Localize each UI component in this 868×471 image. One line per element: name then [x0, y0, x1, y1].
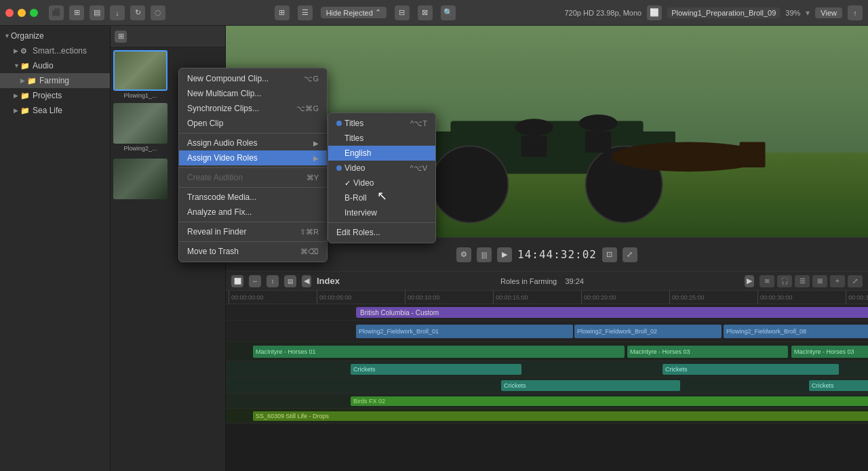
ctx-move-to-trash[interactable]: Move to Trash ⌘⌫	[179, 244, 327, 259]
zoom-in-icon[interactable]: +	[830, 275, 845, 287]
clip-crickets-1[interactable]: Crickets	[351, 364, 521, 375]
svg-point-4	[431, 146, 508, 223]
playback-tools: ⚙ ||| ▶ 14:44:32:02 ⊡ ⤢	[456, 247, 637, 262]
list-view-icon[interactable]: ☰	[298, 5, 313, 20]
close-button[interactable]	[5, 9, 14, 17]
libraries-icon[interactable]: ⬛	[49, 5, 64, 20]
clip-menu-icon[interactable]: ▤	[284, 275, 296, 287]
sub-interview[interactable]: Interview	[328, 205, 435, 220]
track-row-crickets-1: Crickets Crickets	[226, 361, 868, 377]
audio-meter-icon[interactable]: |||	[477, 247, 492, 262]
ctx-transcode-media[interactable]: Transcode Media...	[179, 190, 327, 205]
clip-video-2[interactable]: Plowing2_Fieldwork_Broll_02	[574, 325, 722, 338]
search-icon[interactable]: 🔍	[441, 5, 456, 20]
clip-crickets-2[interactable]: Crickets	[663, 364, 839, 375]
ctx-assign-video-roles[interactable]: Assign Video Roles ▶	[179, 150, 327, 165]
sub-video-1[interactable]: Video ^⌥V	[328, 161, 435, 176]
ctx-new-multicam-clip[interactable]: New Multicam Clip...	[179, 86, 327, 101]
sidebar-item-farming[interactable]: ▶ 📁 Farming	[0, 73, 110, 88]
expand-icon[interactable]: ⤢	[623, 247, 637, 262]
clip-item[interactable]	[113, 159, 167, 202]
sidebar-item-sea-life[interactable]: ▶ 📁 Sea Life	[0, 103, 110, 118]
download-icon[interactable]: ↓	[110, 5, 125, 20]
clip-horses-2[interactable]: MacIntyre - Horses 03	[627, 346, 788, 358]
zoom-level: 39%	[785, 9, 800, 17]
group-icon[interactable]: ⊠	[418, 5, 433, 20]
background-tasks-icon[interactable]: ◌	[151, 5, 165, 20]
timeline-header: ⬜ ↔ ↕ ▤ ◀ Index Roles in Farming 39:24 ▶…	[226, 272, 868, 291]
clip-horses-3[interactable]: MacIntyre - Horses 03	[791, 346, 868, 358]
clip-appearance-icon[interactable]: ⬜	[231, 275, 243, 287]
clip-horses-1[interactable]: MacIntyre - Horses 01	[253, 346, 625, 358]
trim-icon[interactable]: ↔	[249, 275, 261, 287]
track-row-crickets-2: Crickets Crickets	[226, 377, 868, 394]
clip-item[interactable]: Plowing1_...	[113, 50, 167, 100]
sidebar-item-projects[interactable]: ▶ 📁 Projects	[0, 88, 110, 103]
clip-video-1[interactable]: Plowing2_Fieldwork_Broll_01	[356, 325, 573, 338]
ruler-mark: 00:00:25:00	[669, 291, 757, 304]
fullscreen-button[interactable]	[30, 9, 38, 17]
sync-icon[interactable]: ↻	[130, 5, 145, 20]
separator	[179, 222, 327, 222]
view-button[interactable]: View	[815, 7, 842, 18]
sub-video-2[interactable]: ✓ Video	[328, 176, 435, 190]
layout-icon[interactable]: ⊡	[602, 247, 617, 262]
browser-icon[interactable]: ⊞	[69, 5, 84, 20]
video-info: 720p HD 23.98p, Mono	[564, 9, 642, 17]
ruler-mark: 00:00:30:00	[757, 291, 846, 304]
index-label: Index	[317, 276, 340, 286]
folder-icon: 📁	[20, 62, 30, 70]
position-icon[interactable]: ↕	[267, 275, 279, 287]
roles-label: Roles in Farming 39:24	[345, 277, 739, 285]
clip-crickets-4[interactable]: Crickets	[809, 380, 868, 391]
clip-label: Plowing1_...	[122, 91, 158, 100]
clip-crickets-3[interactable]: Crickets	[501, 380, 680, 391]
checkmark-icon: ✓	[344, 179, 351, 188]
ctx-new-compound-clip[interactable]: New Compound Clip... ⌥G	[179, 71, 327, 86]
separator	[179, 133, 327, 134]
back-icon[interactable]: ◀	[302, 275, 311, 287]
ctx-synchronize-clips[interactable]: Synchronize Clips... ⌥⌘G	[179, 101, 327, 116]
timeline-icon[interactable]: ▤	[90, 5, 104, 20]
submenu-video-roles: Titles ^⌥T Titles English Video ^⌥V ✓ Vi…	[328, 112, 436, 243]
clip-thumbnail[interactable]	[113, 50, 167, 91]
waveform-icon[interactable]: ≋	[760, 275, 774, 287]
monitor-icon[interactable]: ⬜	[647, 5, 662, 20]
ctx-reveal-in-finder[interactable]: Reveal in Finder ⇧⌘R	[179, 224, 327, 239]
sidebar-item-audio[interactable]: ▼ 📁 Audio	[0, 58, 110, 73]
clip-british-columbia[interactable]: British Columbia - Custom	[356, 307, 868, 318]
hide-rejected-button[interactable]: Hide Rejected ⌃	[321, 7, 387, 18]
playback-icon[interactable]: ▶	[497, 247, 512, 262]
clip-thumbnail[interactable]	[113, 103, 167, 144]
ctx-open-clip[interactable]: Open Clip	[179, 116, 327, 131]
grid-view-icon[interactable]: ⊞	[275, 5, 290, 20]
ctx-assign-audio-roles[interactable]: Assign Audio Roles ▶	[179, 136, 327, 150]
chevron-right-icon: ▶	[14, 107, 20, 114]
lanes-icon[interactable]: ☰	[795, 275, 810, 287]
sub-edit-roles[interactable]: Edit Roles...	[328, 225, 435, 240]
clip-drops[interactable]: SS_60309 Still Life - Drops	[253, 411, 868, 421]
view-toggle-icon[interactable]: ⊞	[115, 30, 127, 43]
audio-icon[interactable]: 🎧	[777, 275, 792, 287]
clip-thumbnail[interactable]	[113, 159, 167, 199]
filter-icon[interactable]: ⊟	[395, 5, 410, 20]
clip-video-3[interactable]: Plowing2_Fieldwork_Broll_08	[724, 325, 868, 338]
sub-english[interactable]: English	[328, 146, 435, 161]
sub-titles-2[interactable]: Titles	[328, 131, 435, 146]
zoom-out-icon[interactable]: ⤢	[848, 275, 863, 287]
submenu-arrow-icon: ▶	[313, 155, 319, 162]
sub-titles-1[interactable]: Titles ^⌥T	[328, 116, 435, 131]
forward-icon[interactable]: ▶	[745, 275, 754, 287]
export-icon[interactable]: ↑	[848, 5, 863, 20]
grid-icon[interactable]: ⊞	[812, 275, 827, 287]
minimize-button[interactable]	[18, 9, 26, 17]
clip-item[interactable]: Plowing2_...	[113, 103, 167, 153]
ruler-mark: 00:00:15:00	[493, 291, 581, 304]
chevron-down-icon: ▼	[4, 33, 11, 39]
ctx-analyze-and-fix[interactable]: Analyze and Fix...	[179, 205, 327, 220]
settings-icon[interactable]: ⚙	[456, 247, 471, 262]
sidebar-item-organize[interactable]: ▼ Organize	[0, 28, 110, 43]
sidebar-item-smart-collections[interactable]: ▶ ⚙ Smart...ections	[0, 43, 110, 58]
clip-birds-fx[interactable]: Birds FX 02	[351, 396, 868, 406]
sub-b-roll[interactable]: B-Roll	[328, 190, 435, 205]
